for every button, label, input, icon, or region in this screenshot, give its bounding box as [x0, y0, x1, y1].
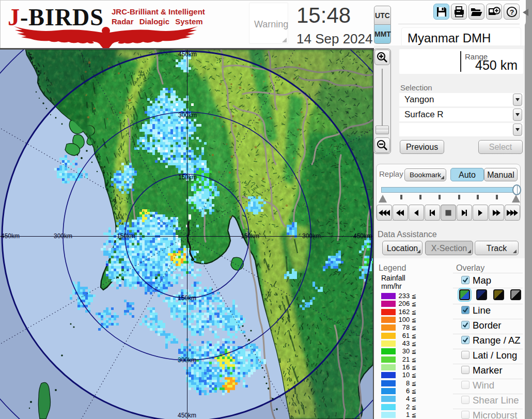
svg-text:150km: 150km: [241, 232, 259, 240]
svg-text:150km: 150km: [178, 294, 196, 302]
svg-text:300km: 300km: [54, 232, 72, 240]
svg-text:300km: 300km: [302, 232, 321, 240]
svg-text:450km: 450km: [353, 232, 372, 240]
svg-text:450km: 450km: [178, 412, 196, 419]
svg-text:300km: 300km: [178, 112, 197, 119]
svg-text:150km: 150km: [117, 232, 135, 240]
svg-text:450km: 450km: [1, 232, 20, 240]
svg-text:?: ?: [509, 8, 513, 16]
svg-text:450km: 450km: [178, 51, 197, 58]
svg-text:150km: 150km: [178, 174, 197, 181]
svg-text:300km: 300km: [178, 356, 196, 364]
